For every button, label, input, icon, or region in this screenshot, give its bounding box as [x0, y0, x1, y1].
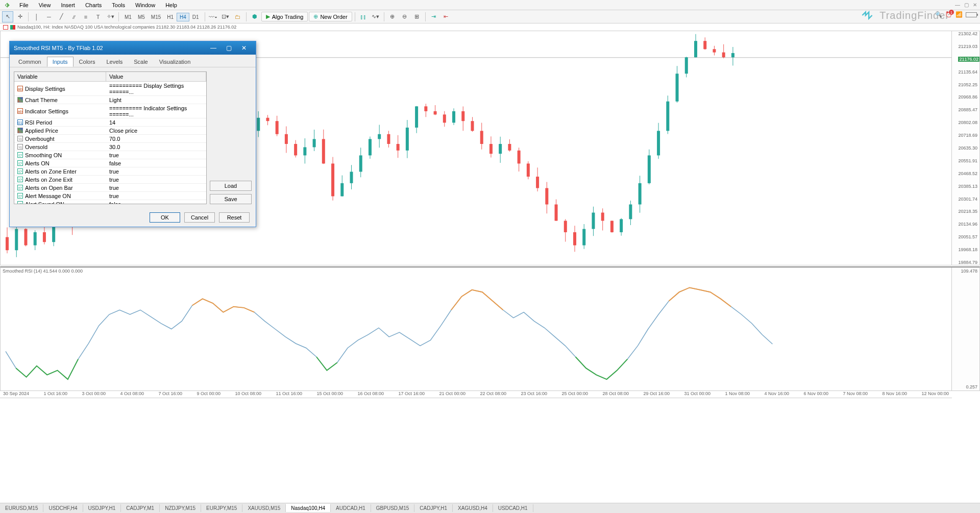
alert-bell-icon[interactable]: ⏰1: [945, 11, 952, 18]
zoomin-icon[interactable]: ⊕: [387, 11, 398, 22]
input-row[interactable]: t?Smoothing ON true: [14, 151, 206, 159]
symbol-tab[interactable]: Nasdaq100,H4: [286, 504, 331, 512]
minimize-icon[interactable]: —: [955, 2, 960, 8]
input-value[interactable]: true: [106, 167, 206, 175]
depth-icon[interactable]: ⫿⫿: [358, 11, 369, 22]
dialog-tab-visualization[interactable]: Visualization: [154, 57, 197, 67]
input-value[interactable]: true: [106, 151, 206, 159]
menu-window[interactable]: Window: [130, 1, 160, 9]
input-value[interactable]: 30.0: [106, 143, 206, 151]
symbol-tab[interactable]: EURUSD,M15: [0, 504, 43, 512]
input-value[interactable]: true: [106, 192, 206, 200]
input-row[interactable]: ▦Applied Price Close price: [14, 127, 206, 135]
column-header-value[interactable]: Value: [106, 72, 206, 81]
hline-tool-icon[interactable]: ─: [43, 11, 55, 22]
crosshair-tool-icon[interactable]: ✛: [14, 11, 26, 22]
channel-tool-icon[interactable]: ⫽: [68, 11, 79, 22]
dialog-minimize-icon[interactable]: —: [206, 43, 221, 53]
ok-button[interactable]: OK: [150, 212, 180, 223]
expert-icon[interactable]: ⬢: [249, 11, 260, 22]
input-row[interactable]: 01RSI Period 14: [14, 118, 206, 127]
input-value[interactable]: ========== Display Settings ======...: [106, 82, 206, 95]
timeframe-M5[interactable]: M5: [135, 13, 148, 21]
menu-tools[interactable]: Tools: [107, 1, 130, 9]
menu-help[interactable]: Help: [160, 1, 182, 9]
input-value[interactable]: Light: [106, 96, 206, 104]
timeframe-M1[interactable]: M1: [121, 13, 135, 21]
new-order-button[interactable]: ⊕New Order: [309, 12, 352, 21]
cancel-button[interactable]: Cancel: [184, 212, 215, 223]
reset-button[interactable]: Reset: [219, 212, 250, 223]
symbol-tab[interactable]: USDCHF,H4: [43, 504, 83, 512]
input-row[interactable]: ½Oversold 30.0: [14, 143, 206, 151]
symbol-tab[interactable]: NZDJPY,M15: [160, 504, 201, 512]
dialog-tab-colors[interactable]: Colors: [74, 57, 101, 67]
folder-icon[interactable]: 🗀: [232, 11, 243, 22]
maximize-icon[interactable]: ▢: [964, 2, 969, 8]
dialog-maximize-icon[interactable]: ▢: [221, 43, 236, 53]
vline-tool-icon[interactable]: │: [31, 11, 42, 22]
input-value[interactable]: true: [106, 176, 206, 183]
fib-tool-icon[interactable]: ≡: [80, 11, 91, 22]
dialog-tab-inputs[interactable]: Inputs: [47, 57, 74, 67]
zoomout-icon[interactable]: ⊖: [399, 11, 410, 22]
indicator-icon[interactable]: ∿▾: [370, 11, 381, 22]
algo-trading-button[interactable]: ▶Algo Trading: [261, 12, 308, 21]
input-row[interactable]: t?Alert Sound ON false: [14, 200, 206, 204]
zoom-chart-icon[interactable]: 〰▾: [208, 11, 219, 22]
dialog-close-icon[interactable]: ✕: [236, 43, 252, 53]
input-row[interactable]: t?Alerts ON false: [14, 159, 206, 167]
timeframe-H4[interactable]: H4: [177, 13, 189, 21]
close-icon[interactable]: ✕: [973, 2, 977, 8]
inputs-grid[interactable]: Variable Value abDisplay Settings ======…: [14, 71, 207, 204]
dialog-titlebar[interactable]: Smoothed RSI MT5 - By TFlab 1.02 — ▢ ✕: [10, 41, 256, 55]
chart-type-icon[interactable]: ⊡▾: [220, 11, 231, 22]
column-header-variable[interactable]: Variable: [14, 72, 106, 81]
load-button[interactable]: Load: [210, 181, 252, 191]
menu-file[interactable]: File: [14, 1, 34, 9]
symbol-tab[interactable]: XAGUSD,H4: [453, 504, 493, 512]
menu-view[interactable]: View: [34, 1, 56, 9]
timeframe-D1[interactable]: D1: [189, 13, 202, 21]
grid-icon[interactable]: ⊞: [411, 11, 423, 22]
input-row[interactable]: t?Alerts on Zone Exit true: [14, 176, 206, 184]
input-row[interactable]: t?Alerts on Zone Enter true: [14, 167, 206, 176]
dialog-tab-scale[interactable]: Scale: [128, 57, 154, 67]
objects-tool-icon[interactable]: ✧▾: [105, 11, 116, 22]
input-row[interactable]: ½Overbought 70.0: [14, 135, 206, 143]
menu-charts[interactable]: Charts: [80, 1, 107, 9]
symbol-tab[interactable]: CADJPY,H1: [414, 504, 453, 512]
input-value[interactable]: false: [106, 159, 206, 167]
shift-icon[interactable]: ⇥: [428, 11, 439, 22]
symbol-tab[interactable]: XAUUSD,M15: [242, 504, 286, 512]
input-row[interactable]: abIndicator Settings ========== Indicato…: [14, 104, 206, 118]
symbol-tab[interactable]: EURJPY,M15: [201, 504, 242, 512]
symbol-tab[interactable]: GBPUSD,M15: [371, 504, 414, 512]
symbol-tab[interactable]: USDJPY,H1: [83, 504, 121, 512]
save-button[interactable]: Save: [210, 194, 252, 204]
dialog-tab-levels[interactable]: Levels: [101, 57, 128, 67]
input-value[interactable]: 14: [106, 118, 206, 126]
trendline-tool-icon[interactable]: ╱: [56, 11, 67, 22]
input-row[interactable]: t?Alert Message ON true: [14, 192, 206, 200]
dialog-tab-common[interactable]: Common: [13, 57, 47, 67]
input-row[interactable]: t?Alerts on Open Bar true: [14, 184, 206, 192]
input-value[interactable]: 70.0: [106, 135, 206, 142]
timeframe-M15[interactable]: M15: [148, 13, 164, 21]
indicator-chart[interactable]: Smoothed RSI (14) 41.544 0.000 0.000 109…: [0, 266, 980, 391]
input-value[interactable]: true: [106, 184, 206, 191]
symbol-tab[interactable]: USDCAD,H1: [493, 504, 533, 512]
input-row[interactable]: ▦Chart Theme Light: [14, 96, 206, 104]
text-tool-icon[interactable]: T: [92, 11, 104, 22]
menu-insert[interactable]: Insert: [56, 1, 80, 9]
timeframe-H1[interactable]: H1: [164, 13, 177, 21]
symbol-tab[interactable]: AUDCAD,H1: [331, 504, 371, 512]
input-value[interactable]: Close price: [106, 127, 206, 134]
symbol-tab[interactable]: CADJPY,M1: [121, 504, 160, 512]
search-icon[interactable]: 🔍: [935, 11, 942, 18]
cursor-tool-icon[interactable]: ↖: [2, 11, 13, 22]
input-row[interactable]: abDisplay Settings ========== Display Se…: [14, 82, 206, 96]
autoscroll-icon[interactable]: ⇤: [440, 11, 452, 22]
input-value[interactable]: false: [106, 200, 206, 204]
input-value[interactable]: ========== Indicator Settings ======...: [106, 104, 206, 118]
